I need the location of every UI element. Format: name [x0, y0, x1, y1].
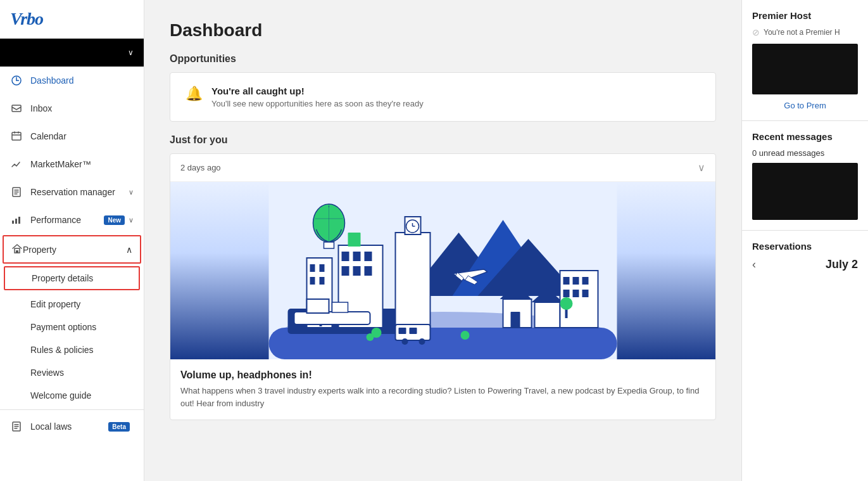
property-details-label: Property details: [32, 273, 93, 283]
reservations-section: Reservations ‹ July 2: [742, 231, 868, 281]
svg-rect-43: [582, 277, 589, 285]
sidebar-logo: Vrbo: [0, 0, 144, 39]
dashboard-icon: [10, 74, 23, 87]
svg-rect-26: [342, 266, 349, 276]
edit-property-label: Edit property: [30, 299, 80, 309]
sidebar-label-calendar: Calendar: [30, 131, 134, 141]
svg-rect-41: [563, 277, 570, 285]
welcome-guide-label: Welcome guide: [30, 390, 91, 401]
inbox-icon: [10, 102, 23, 115]
opportunities-card-sub: You'll see new opportunities here as soo…: [211, 99, 424, 108]
no-entry-icon: ⊘: [752, 27, 760, 37]
svg-rect-52: [307, 299, 329, 313]
reservation-icon: [10, 186, 23, 198]
sidebar-label-inbox: Inbox: [30, 103, 134, 113]
svg-rect-27: [353, 266, 361, 276]
property-icon: [11, 243, 23, 256]
recent-messages-section: Recent messages 0 unread messages: [742, 121, 868, 231]
article-timestamp: 2 days ago: [180, 163, 221, 172]
svg-rect-8: [16, 250, 18, 253]
svg-rect-4: [12, 221, 14, 224]
month-label: July 2: [826, 258, 858, 271]
chevron-down-icon: ∨: [698, 162, 705, 174]
prev-month-arrow[interactable]: ‹: [752, 258, 756, 271]
svg-rect-44: [563, 290, 570, 297]
sidebar-item-reservation-manager[interactable]: Reservation manager ∨: [0, 178, 144, 206]
svg-rect-53: [332, 302, 348, 312]
svg-rect-18: [310, 264, 315, 272]
svg-rect-23: [342, 252, 349, 261]
opportunities-section-title: Opportunities: [170, 53, 716, 65]
sidebar-item-calendar[interactable]: Calendar: [0, 122, 144, 150]
sidebar: Vrbo ∨ Dashboard Inbox Calendar MarketMa…: [0, 0, 144, 481]
svg-point-48: [560, 297, 573, 310]
performance-badge: New: [104, 215, 125, 225]
svg-rect-51: [294, 312, 370, 324]
sidebar-item-property[interactable]: Property ∧: [3, 235, 141, 264]
calendar-icon: [10, 130, 23, 143]
svg-point-65: [367, 333, 374, 341]
just-for-you-header[interactable]: 2 days ago ∨: [170, 154, 715, 182]
svg-point-56: [419, 338, 425, 345]
sidebar-item-property-details[interactable]: Property details: [4, 266, 140, 290]
payment-options-label: Payment options: [30, 322, 96, 332]
performance-chevron: ∨: [129, 216, 134, 224]
property-selector-chevron: ∨: [128, 48, 134, 57]
sidebar-label-performance: Performance: [30, 215, 104, 225]
property-nav-header[interactable]: Property ∧: [4, 236, 140, 262]
svg-rect-38: [535, 302, 560, 328]
go-to-premier-link[interactable]: Go to Prem: [752, 101, 858, 110]
sidebar-item-edit-property[interactable]: Edit property: [0, 293, 144, 316]
article-body: What happens when 3 travel industry expe…: [170, 385, 715, 420]
sidebar-item-marketmaker[interactable]: MarketMaker™: [0, 150, 144, 178]
svg-rect-30: [396, 233, 431, 328]
just-for-you-card: 2 days ago ∨: [170, 153, 716, 420]
svg-rect-42: [573, 277, 579, 285]
sidebar-item-payment-options[interactable]: Payment options: [0, 316, 144, 338]
premier-host-section: Premier Host ⊘ You're not a Premier H Go…: [742, 0, 868, 121]
svg-rect-29: [348, 233, 361, 247]
sidebar-item-rules-policies[interactable]: Rules & policies: [0, 338, 144, 361]
sidebar-item-dashboard[interactable]: Dashboard: [0, 67, 144, 94]
sidebar-label-property: Property: [23, 245, 126, 255]
property-selector[interactable]: ∨: [0, 39, 144, 67]
local-laws-icon: [10, 420, 23, 433]
reservations-title: Reservations: [752, 241, 858, 252]
svg-point-55: [402, 338, 408, 345]
messages-image: [752, 163, 858, 220]
reviews-label: Reviews: [30, 368, 64, 378]
right-panel: Premier Host ⊘ You're not a Premier H Go…: [741, 0, 868, 481]
svg-rect-6: [18, 217, 20, 224]
svg-rect-46: [582, 290, 589, 297]
svg-rect-60: [324, 242, 334, 248]
performance-icon: [10, 214, 23, 226]
vrbo-logo: Vrbo: [10, 9, 43, 29]
sidebar-item-local-laws[interactable]: Local laws Beta: [0, 413, 144, 440]
sidebar-item-welcome-guide[interactable]: Welcome guide: [0, 384, 144, 407]
svg-rect-24: [353, 252, 361, 261]
article-illustration: [170, 182, 715, 359]
svg-rect-28: [365, 266, 372, 276]
recent-messages-title: Recent messages: [752, 131, 858, 142]
svg-rect-2: [12, 132, 21, 140]
svg-rect-19: [320, 264, 325, 272]
svg-rect-21: [320, 277, 325, 285]
sidebar-label-reservation-manager: Reservation manager: [30, 187, 129, 197]
svg-rect-25: [365, 252, 372, 261]
sidebar-item-inbox[interactable]: Inbox: [0, 94, 144, 122]
property-chevron: ∧: [126, 245, 132, 255]
reservation-manager-chevron: ∨: [129, 188, 134, 196]
premier-host-title: Premier Host: [752, 10, 858, 21]
opportunities-card-title: You're all caught up!: [211, 86, 424, 96]
sidebar-label-local-laws: Local laws: [30, 421, 108, 432]
sidebar-item-reviews[interactable]: Reviews: [0, 361, 144, 384]
svg-rect-37: [511, 312, 520, 328]
svg-rect-5: [15, 219, 17, 224]
main-content: Dashboard Opportunities 🔔 You're all cau…: [144, 0, 741, 481]
svg-point-64: [461, 331, 470, 340]
sidebar-label-marketmaker: MarketMaker™: [30, 159, 134, 169]
nav-divider: [0, 409, 144, 410]
svg-rect-45: [573, 290, 579, 297]
sidebar-item-performance[interactable]: Performance New ∨: [0, 206, 144, 234]
svg-rect-57: [399, 328, 406, 334]
